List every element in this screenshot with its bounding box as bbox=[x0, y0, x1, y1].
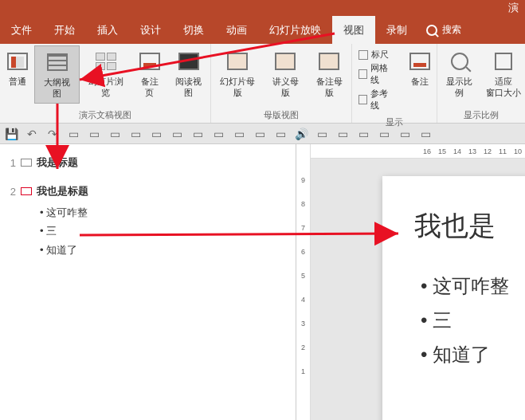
qat-icon[interactable]: ▭ bbox=[108, 128, 121, 140]
group-label: 演示文稿视图 bbox=[0, 108, 210, 123]
tab-insert[interactable]: 插入 bbox=[86, 16, 129, 44]
horizontal-ruler: 16 15 14 13 12 11 10 bbox=[311, 144, 525, 159]
ribbon-group-zoom: 显示比例 适应 窗口大小 显示比例 bbox=[437, 44, 525, 123]
slide-canvas-area: 16 15 14 13 12 11 10 我也是 这可咋整 三 知道了 bbox=[311, 144, 525, 420]
title-text: 演 bbox=[508, 1, 519, 15]
undo-icon[interactable]: ↶ bbox=[25, 128, 38, 140]
ribbon-group-show: 标尺 网格线 参考线 备注 显示 bbox=[352, 44, 438, 123]
titlebar: 演 bbox=[0, 0, 525, 16]
outline-bullet[interactable]: 三 bbox=[40, 222, 288, 240]
tab-home[interactable]: 开始 bbox=[43, 16, 86, 44]
save-icon[interactable]: 💾 bbox=[5, 128, 18, 140]
qat-icon[interactable]: ▭ bbox=[191, 128, 204, 140]
outline-bullet[interactable]: 知道了 bbox=[40, 241, 288, 259]
tab-file[interactable]: 文件 bbox=[0, 16, 43, 44]
outline-view-button[interactable]: 大纲视图 bbox=[34, 45, 80, 104]
slide-master-icon bbox=[225, 49, 250, 74]
outline-slide-1[interactable]: 1 我是标题 bbox=[8, 155, 288, 170]
outline-bullet[interactable]: 这可咋整 bbox=[40, 203, 288, 222]
slide-bullet[interactable]: 三 bbox=[421, 303, 525, 337]
gridlines-checkbox[interactable]: 网格线 bbox=[358, 62, 397, 86]
tab-transition[interactable]: 切换 bbox=[172, 16, 215, 44]
search-icon bbox=[426, 25, 437, 36]
slide-thumb-icon bbox=[21, 159, 32, 167]
slide-number: 2 bbox=[8, 186, 16, 198]
checkbox-icon bbox=[358, 69, 368, 79]
sound-icon[interactable]: 🔊 bbox=[295, 128, 308, 140]
qat-icon[interactable]: ▭ bbox=[170, 128, 183, 140]
search-label: 搜索 bbox=[442, 23, 461, 37]
qat-icon[interactable]: ▭ bbox=[150, 128, 163, 140]
qat-icon[interactable]: ▭ bbox=[88, 128, 100, 140]
qat-icon[interactable]: ▭ bbox=[419, 128, 432, 140]
qat-icon[interactable]: ▭ bbox=[315, 128, 328, 140]
ribbon-group-master-views: 幻灯片母版 讲义母版 备注母版 母版视图 bbox=[211, 44, 351, 123]
notes-button[interactable]: 备注 bbox=[402, 45, 437, 90]
group-label: 母版视图 bbox=[211, 108, 351, 123]
tab-slideshow[interactable]: 幻灯片放映 bbox=[258, 16, 332, 44]
handout-master-icon bbox=[272, 49, 298, 74]
qat-icon[interactable]: ▭ bbox=[253, 128, 266, 140]
notes-master-icon bbox=[316, 49, 342, 74]
slide-thumb-icon bbox=[21, 187, 32, 195]
slide-bullet[interactable]: 知道了 bbox=[421, 337, 525, 371]
qat-icon[interactable]: ▭ bbox=[336, 128, 349, 140]
ruler-checkbox[interactable]: 标尺 bbox=[358, 49, 397, 61]
tab-view[interactable]: 视图 bbox=[332, 16, 375, 44]
search-box[interactable]: 搜索 bbox=[418, 16, 469, 44]
qat-icon[interactable]: ▭ bbox=[67, 128, 80, 140]
slide-sorter-icon bbox=[93, 49, 119, 74]
quick-access-toolbar: 💾 ↶ ↷ ▭ ▭ ▭ ▭ ▭ ▭ ▭ ▭ ▭ ▭ ▭ 🔊 ▭ ▭ ▭ ▭ ▭ … bbox=[0, 124, 525, 144]
ribbon: 普通 大纲视图 幻灯片浏览 备注页 阅读视图 演示文稿视图 bbox=[0, 44, 525, 124]
normal-view-icon bbox=[5, 49, 30, 74]
qat-icon[interactable]: ▭ bbox=[357, 128, 370, 140]
slide-bullet[interactable]: 这可咋整 bbox=[421, 269, 525, 303]
qat-icon[interactable]: ▭ bbox=[398, 128, 411, 140]
slide-title-text[interactable]: 我也是 bbox=[414, 208, 525, 245]
checkbox-icon bbox=[358, 50, 368, 60]
redo-icon[interactable]: ↷ bbox=[46, 128, 59, 140]
zoom-icon bbox=[447, 49, 472, 74]
fit-window-icon bbox=[491, 49, 516, 74]
qat-icon[interactable]: ▭ bbox=[274, 128, 287, 140]
slide-sorter-button[interactable]: 幻灯片浏览 bbox=[80, 45, 132, 102]
reading-view-button[interactable]: 阅读视图 bbox=[167, 45, 211, 102]
guides-checkbox[interactable]: 参考线 bbox=[358, 88, 397, 112]
handout-master-button[interactable]: 讲义母版 bbox=[264, 45, 308, 102]
slide[interactable]: 我也是 这可咋整 三 知道了 bbox=[382, 176, 525, 420]
qat-icon[interactable]: ▭ bbox=[378, 128, 390, 140]
zoom-button[interactable]: 显示比例 bbox=[437, 45, 481, 102]
checkbox-icon bbox=[358, 95, 368, 104]
tab-animation[interactable]: 动画 bbox=[215, 16, 258, 44]
outline-view-icon bbox=[45, 49, 70, 75]
qat-icon[interactable]: ▭ bbox=[233, 128, 245, 140]
outline-pane[interactable]: 1 我是标题 2 我也是标题 这可咋整 三 知道了 bbox=[0, 144, 296, 420]
notes-master-button[interactable]: 备注母版 bbox=[308, 45, 351, 102]
fit-window-button[interactable]: 适应 窗口大小 bbox=[481, 45, 525, 102]
slide-title: 我也是标题 bbox=[37, 184, 88, 198]
menubar: 文件 开始 插入 设计 切换 动画 幻灯片放映 视图 录制 搜索 bbox=[0, 16, 525, 44]
slide-master-button[interactable]: 幻灯片母版 bbox=[211, 45, 264, 102]
slide-title: 我是标题 bbox=[37, 155, 78, 170]
vertical-ruler: 9 8 7 6 5 4 3 2 1 bbox=[296, 144, 311, 420]
outline-slide-2[interactable]: 2 我也是标题 bbox=[8, 184, 288, 198]
notes-page-icon bbox=[137, 49, 163, 74]
qat-icon[interactable]: ▭ bbox=[212, 128, 225, 140]
notes-icon bbox=[407, 49, 433, 74]
tab-design[interactable]: 设计 bbox=[129, 16, 172, 44]
normal-view-button[interactable]: 普通 bbox=[0, 45, 34, 90]
qat-icon[interactable]: ▭ bbox=[129, 128, 142, 140]
slide-number: 1 bbox=[8, 157, 16, 169]
work-area: 1 我是标题 2 我也是标题 这可咋整 三 知道了 9 8 7 6 5 4 3 … bbox=[0, 144, 525, 420]
reading-view-icon bbox=[176, 49, 202, 74]
ribbon-group-presentation-views: 普通 大纲视图 幻灯片浏览 备注页 阅读视图 演示文稿视图 bbox=[0, 44, 211, 123]
notes-page-button[interactable]: 备注页 bbox=[131, 45, 167, 102]
group-label: 显示比例 bbox=[437, 108, 525, 123]
tab-record[interactable]: 录制 bbox=[375, 16, 418, 44]
